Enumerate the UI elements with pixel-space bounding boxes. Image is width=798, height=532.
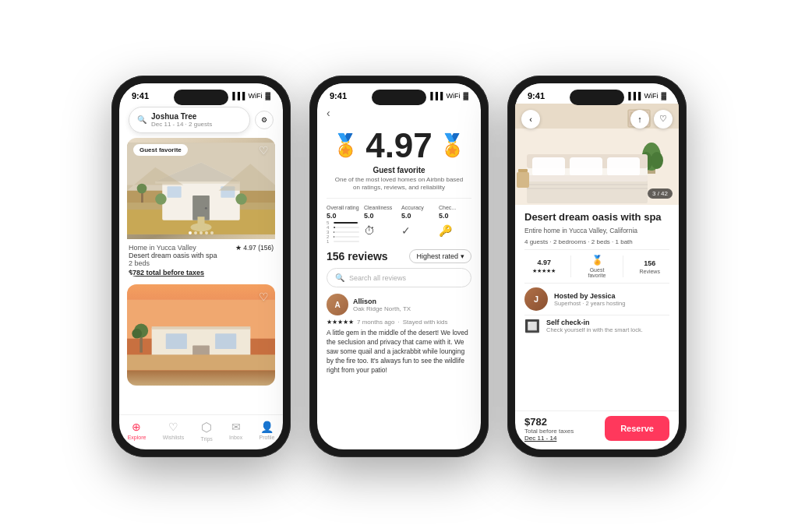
sort-button[interactable]: Highest rated ▾ [409, 249, 471, 263]
laurel-left: 🏅 [332, 132, 359, 158]
stat-rating-val: 4.97 [538, 259, 552, 266]
metric-accuracy: Accuracy 5.0 ✓ [401, 205, 434, 243]
accuracy-label: Accuracy [401, 205, 434, 210]
overall-val: 5.0 [327, 212, 359, 220]
listing-amenities: 4 guests · 2 bedrooms · 2 beds · 1 bath [524, 238, 669, 245]
listing-subtitle: Entire home in Yucca Valley, California [524, 227, 669, 234]
search-bar[interactable]: 🔍 Joshua Tree Dec 11 - 14 · 2 guests [129, 107, 250, 133]
listing-card-2[interactable]: ♡ [127, 284, 275, 386]
dot-1 [189, 231, 192, 234]
checkin-icon: 🔑 [439, 224, 471, 237]
host-row: J Hosted by Jessica Superhost · 2 years … [524, 287, 669, 311]
guest-fav-sub: One of the most loved homes on Airbnb ba… [327, 176, 471, 192]
dynamic-island-2 [372, 90, 426, 105]
accuracy-val: 5.0 [401, 212, 434, 220]
nav-wishlists[interactable]: ♡ Wishlists [163, 421, 185, 440]
nav-inbox[interactable]: ✉ Inbox [229, 421, 242, 440]
reviewer-name: Allison [353, 298, 411, 305]
back-button-3[interactable]: ‹ [521, 110, 540, 129]
dot-3 [200, 231, 203, 234]
reviewer-location: Oak Ridge North, TX [353, 305, 411, 312]
rating-bars: 5 4 3 2 1 [327, 221, 359, 243]
trips-label: Trips [201, 436, 213, 442]
host-avatar: J [524, 287, 548, 311]
sort-label: Highest rated [416, 252, 458, 260]
listing-title: Desert dream oasis with spa [524, 211, 669, 224]
inbox-icon: ✉ [231, 421, 241, 433]
nav-trips[interactable]: ⬡ Trips [201, 420, 213, 442]
wishlist-heart-1[interactable]: ♡ [259, 144, 269, 157]
host-info: Hosted by Jessica Superhost · 2 years ho… [554, 292, 625, 307]
scene: 9:41 ▐▐▐ WiFi ▓ 🔍 Joshua Tree Dec 11 - 1… [0, 0, 798, 532]
explore-icon: ⊕ [132, 421, 141, 433]
dot-2 [194, 231, 197, 234]
svg-rect-45 [607, 157, 640, 176]
listing-hero-image: ‹ ↑ ♡ 3 / 42 [515, 104, 679, 205]
overall-label: Overall rating [327, 205, 359, 210]
listing-beds-1: 2 beds [129, 259, 274, 267]
listing-rating-1: ★ 4.97 (156) [235, 244, 274, 252]
svg-rect-43 [532, 157, 565, 176]
stat-rating-stars: ★★★★★ [532, 268, 556, 274]
phone-1: 9:41 ▐▐▐ WiFi ▓ 🔍 Joshua Tree Dec 11 - 1… [111, 76, 291, 457]
stat-reviews-label: Reviews [639, 269, 659, 274]
wifi-icon-3: WiFi [644, 92, 658, 100]
phone1-content: 🔍 Joshua Tree Dec 11 - 14 · 2 guests ⚙ [119, 104, 283, 449]
reviewer-row: A Allison Oak Ridge North, TX [327, 294, 471, 315]
photo-dots-1 [127, 231, 275, 234]
review-stayed: Stayed with kids [403, 319, 448, 326]
status-icons-3: ▐▐▐ WiFi ▓ [626, 92, 666, 100]
bottom-nav: ⊕ Explore ♡ Wishlists ⬡ Trips ✉ Inbox [119, 414, 283, 449]
signal-icon-3: ▐▐▐ [626, 92, 641, 100]
wishlist-heart-2[interactable]: ♡ [259, 291, 269, 303]
guest-fav-icon: 🏅 [591, 255, 603, 266]
guest-favorite-badge: Guest favorite [133, 144, 188, 156]
bottom-bar-3: $782 Total before taxes Dec 11 - 14 Rese… [515, 410, 679, 449]
stat-rating: 4.97 ★★★★★ [524, 259, 564, 274]
battery-icon: ▓ [265, 92, 270, 100]
review-card-1: A Allison Oak Ridge North, TX ★★★★★ 7 mo… [327, 294, 471, 375]
price-dates[interactable]: Dec 11 - 14 [524, 435, 574, 442]
filter-button[interactable]: ⚙ [255, 111, 274, 129]
search-sub-text: Dec 11 - 14 · 2 guests [151, 121, 212, 128]
svg-rect-18 [141, 192, 143, 203]
reviews-header: 156 reviews Highest rated ▾ [327, 249, 471, 263]
svg-rect-47 [527, 175, 648, 181]
reviews-count: 156 reviews [327, 250, 388, 262]
back-button-2[interactable]: ‹ [327, 104, 471, 124]
listing-card-1[interactable]: Guest favorite ♡ [127, 138, 275, 277]
nav-explore[interactable]: ⊕ Explore [128, 421, 147, 440]
trips-icon: ⬡ [201, 420, 212, 435]
p3-top-icons: ‹ ↑ ♡ [521, 110, 673, 129]
checkin-title: Self check-in [546, 319, 643, 326]
wishlist-button[interactable]: ♡ [654, 110, 673, 129]
svg-rect-25 [166, 333, 187, 349]
svg-point-9 [205, 206, 207, 209]
checkin-row: 🔲 Self check-in Check yourself in with t… [524, 315, 669, 336]
reviews-search[interactable]: 🔍 Search all reviews [327, 268, 471, 287]
phone3-content: ‹ ↑ ♡ 3 / 42 Desert dream oasis with spa… [515, 104, 679, 449]
checkin-icon-3: 🔲 [524, 319, 540, 333]
wifi-icon: WiFi [248, 92, 262, 100]
guest-fav-label-3: Guestfavorite [588, 267, 606, 278]
svg-point-31 [132, 328, 142, 338]
listing-price-1[interactable]: $782 total before taxes [129, 269, 274, 277]
metric-checkin: Chec... 5.0 🔑 [439, 205, 471, 243]
listing-image-1: Guest favorite ♡ [127, 138, 275, 239]
review-time: 7 months ago [357, 319, 394, 326]
reserve-button[interactable]: Reserve [605, 416, 669, 441]
price-block: $782 Total before taxes Dec 11 - 14 [524, 416, 574, 442]
nav-profile[interactable]: 👤 Profile [259, 421, 274, 440]
listing-detail: Desert dream oasis with spa Entire home … [515, 205, 679, 410]
battery-icon-3: ▓ [661, 92, 666, 100]
share-button[interactable]: ↑ [630, 110, 649, 129]
checkin-label: Chec... [439, 205, 471, 210]
svg-rect-48 [527, 184, 648, 185]
svg-rect-50 [517, 172, 529, 188]
profile-icon: 👤 [260, 421, 274, 433]
signal-icon-2: ▐▐▐ [428, 92, 443, 100]
dot-4 [205, 231, 208, 234]
svg-point-19 [137, 183, 147, 193]
chevron-down-icon: ▾ [461, 252, 464, 260]
svg-rect-24 [152, 326, 251, 329]
